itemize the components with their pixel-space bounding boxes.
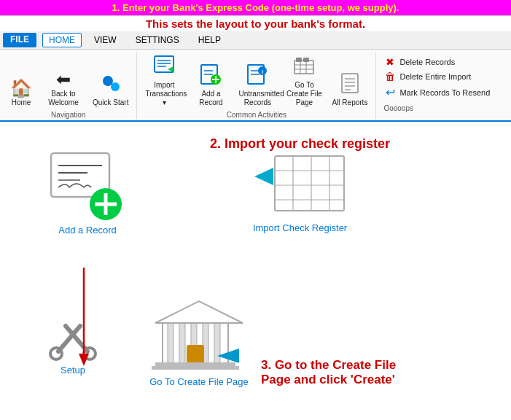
svg-point-48	[50, 348, 62, 359]
goto-create-icon	[293, 55, 315, 79]
navigation-group-label: Navigation	[51, 111, 85, 120]
step2-text: 2. Import your check register	[210, 136, 390, 152]
ribbon-group-common-activities: Import Transactions ▾ Add a Record	[137, 52, 376, 120]
second-line-text: This sets the layout to your bank's form…	[146, 18, 365, 30]
delete-records-button[interactable]: ✖ Delete Records	[382, 55, 505, 69]
svg-rect-53	[179, 323, 185, 363]
top-banner: 1. Enter your Bank's Express Code (one-t…	[0, 0, 511, 16]
menu-bar: FILE HOME VIEW SETTINGS HELP	[0, 31, 511, 50]
add-record-ribbon-icon	[200, 63, 222, 88]
delete-records-label: Delete Records	[399, 58, 455, 66]
svg-marker-44	[254, 168, 273, 185]
step3-text: 3. Go to the Create File Page and click …	[261, 358, 407, 387]
back-label: Back to Welcome	[44, 90, 82, 107]
mark-resend-icon: ↩	[383, 85, 397, 99]
ooooops-label: Ooooops	[382, 104, 505, 112]
delete-entire-label: Delete Entire Import	[399, 72, 471, 81]
home-menu[interactable]: HOME	[42, 33, 82, 47]
add-record-card[interactable]: Add a Record	[29, 144, 146, 241]
quick-start-icon	[101, 74, 121, 97]
svg-rect-58	[187, 345, 204, 363]
delete-entire-icon: 🗑	[383, 71, 397, 82]
main-content: Add a Record 2. Import your check regist…	[0, 122, 511, 406]
import-transactions-icon	[153, 55, 175, 79]
svg-rect-52	[168, 323, 173, 363]
content-row-1: Add a Record 2. Import your check regist…	[7, 129, 504, 247]
home-icon: 🏠	[10, 79, 32, 97]
goto-create-label: Go To Create File Page	[285, 81, 323, 107]
home-button[interactable]: 🏠 Home	[4, 77, 38, 109]
svg-marker-57	[155, 301, 243, 323]
second-line: This sets the layout to your bank's form…	[0, 16, 511, 31]
file-menu[interactable]: FILE	[3, 33, 36, 47]
home-label: Home	[12, 98, 31, 107]
import-transactions-label: Import Transactions ▾	[145, 81, 183, 107]
goto-create-file-card[interactable]: Go To Create File Page	[144, 294, 254, 387]
mark-resend-label: Mark Records To Resend	[399, 88, 490, 97]
goto-create-file-button[interactable]: Go To Create File Page	[281, 52, 327, 109]
svg-point-1	[111, 82, 120, 91]
svg-rect-59	[155, 362, 235, 366]
common-activities-label: Common Activities	[227, 111, 286, 120]
delete-records-icon: ✖	[383, 56, 397, 68]
untransmitted-records-button[interactable]: i Untransmitted Records	[235, 61, 280, 109]
back-to-welcome-button[interactable]: ⬅ Back to Welcome	[41, 69, 86, 109]
add-record-ribbon-button[interactable]: Add a Record	[188, 61, 233, 109]
step3-area: 3. Go to the Create File Page and click …	[261, 358, 407, 387]
ribbon: 🏠 Home ⬅ Back to Welcome Quick Start	[0, 50, 511, 122]
add-record-ribbon-label: Add a Record	[192, 90, 230, 107]
goto-create-file-icon	[144, 294, 254, 376]
untransmitted-icon: i	[246, 63, 268, 88]
help-menu[interactable]: HELP	[192, 33, 227, 47]
add-record-label: Add a Record	[58, 225, 117, 236]
svg-rect-60	[152, 366, 239, 370]
svg-rect-37	[275, 156, 344, 211]
settings-menu[interactable]: SETTINGS	[129, 33, 186, 47]
back-icon: ⬅	[56, 71, 71, 88]
quick-start-label: Quick Start	[93, 98, 128, 107]
arrow-down-svg	[73, 268, 95, 370]
banner-text: 1. Enter your Bank's Express Code (one-t…	[112, 2, 399, 13]
import-check-register-label: Import Check Register	[253, 222, 347, 233]
svg-marker-6	[168, 66, 173, 72]
all-reports-button[interactable]: All Reports	[328, 70, 371, 109]
svg-marker-46	[79, 354, 89, 366]
ribbon-group-navigation: 🏠 Home ⬅ Back to Welcome Quick Start	[0, 52, 137, 120]
import-transactions-button[interactable]: Import Transactions ▾	[141, 52, 187, 109]
quick-start-button[interactable]: Quick Start	[89, 71, 132, 109]
svg-rect-56	[214, 323, 220, 363]
mark-records-resend-button[interactable]: ↩ Mark Records To Resend	[382, 85, 505, 100]
import-check-register-icon	[253, 155, 348, 222]
add-record-icon	[47, 149, 128, 225]
goto-create-file-label: Go To Create File Page	[149, 376, 249, 387]
svg-rect-19	[296, 58, 302, 62]
svg-rect-18	[294, 61, 313, 74]
svg-text:i: i	[262, 69, 263, 75]
delete-entire-import-button[interactable]: 🗑 Delete Entire Import	[382, 70, 505, 83]
import-check-register-card[interactable]: 2. Import your check register	[210, 136, 390, 233]
all-reports-label: All Reports	[332, 98, 367, 107]
ribbon-group-navigation-items: 🏠 Home ⬅ Back to Welcome Quick Start	[4, 52, 132, 109]
all-reports-icon	[339, 72, 361, 97]
ribbon-group-common-items: Import Transactions ▾ Add a Record	[141, 52, 371, 109]
view-menu[interactable]: VIEW	[87, 33, 123, 47]
ribbon-group-ooooops: ✖ Delete Records 🗑 Delete Entire Import …	[376, 52, 511, 120]
untransmitted-label: Untransmitted Records	[238, 90, 276, 107]
